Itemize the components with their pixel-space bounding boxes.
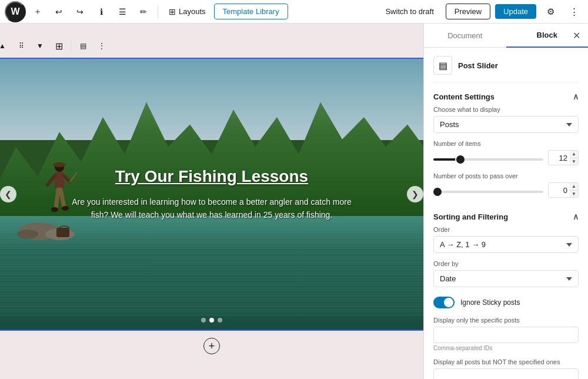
not-posts-group: Display all posts but NOT the specified … xyxy=(433,358,579,379)
num-items-slider-wrap xyxy=(433,154,543,162)
info-icon: ℹ xyxy=(100,7,103,16)
block-type-icon: ▤ xyxy=(433,56,452,75)
content-settings-header[interactable]: Content Settings ∧ xyxy=(433,85,579,106)
toolbar-divider-1 xyxy=(158,5,158,19)
order-field-group: Order A → Z, 1 → 9 Z → A, 9 → 1 xyxy=(433,226,579,253)
slider-next-button[interactable]: ❯ xyxy=(407,186,423,202)
not-posts-input[interactable] xyxy=(433,368,579,379)
block-type-icon: ⊞ xyxy=(55,41,63,52)
num-pass-slider[interactable] xyxy=(433,191,543,193)
block-more-button[interactable]: ⋮ xyxy=(93,38,110,54)
block-drag-button[interactable]: ⠿ xyxy=(13,38,29,54)
num-items-decrement[interactable]: ▼ xyxy=(570,158,578,165)
info-button[interactable]: ℹ xyxy=(92,2,111,21)
more-options-button[interactable]: ⋮ xyxy=(564,2,583,21)
block-toolbar: ▲ ⠿ ▼ ⊞ ▤ ⋮ xyxy=(0,35,423,56)
chevron-left-icon: ❮ xyxy=(5,190,12,199)
settings-button[interactable]: ⚙ xyxy=(541,2,560,21)
specific-posts-input[interactable] xyxy=(433,327,579,343)
num-pass-field-group: Number of posts to pass over ▲ ▼ xyxy=(433,172,579,198)
preview-label: Preview xyxy=(455,7,482,16)
sidebar-content[interactable]: ▤ Post Slider Content Settings ∧ Choose … xyxy=(424,48,588,379)
content-settings-toggle-icon: ∧ xyxy=(573,92,579,101)
slider-overlay: Try Our Fishing Lessons Are you interest… xyxy=(0,59,423,330)
num-pass-increment[interactable]: ▲ xyxy=(570,183,578,190)
layouts-button[interactable]: ⊞ Layouts xyxy=(163,4,212,19)
chevron-right-icon: ❯ xyxy=(412,190,419,199)
num-items-increment[interactable]: ▲ xyxy=(570,151,578,158)
num-pass-decrement[interactable]: ▼ xyxy=(570,190,578,197)
num-pass-slider-wrap xyxy=(433,186,543,195)
template-library-label: Template Library xyxy=(223,7,279,16)
ellipsis-icon: ⋮ xyxy=(98,42,105,50)
align-icon: ▤ xyxy=(80,42,86,50)
specific-posts-group: Display only the specific posts Comma-se… xyxy=(433,317,579,351)
num-items-stepper: ▲ ▼ xyxy=(570,151,578,165)
num-items-label: Number of items xyxy=(433,140,579,147)
wp-logo-icon: W xyxy=(11,6,19,17)
more-icon: ⋮ xyxy=(570,6,579,17)
toolbar: W ＋ ↩ ↪ ℹ ☰ ✏ ⊞ Layouts Template Library xyxy=(0,0,588,24)
add-icon: ＋ xyxy=(34,6,42,17)
specific-posts-label: Display only the specific posts xyxy=(433,317,579,324)
plus-icon: + xyxy=(209,341,215,351)
num-pass-label: Number of posts to pass over xyxy=(433,172,579,179)
slider-dots xyxy=(201,318,222,323)
gear-icon: ⚙ xyxy=(547,6,554,17)
block-down-button[interactable]: ▼ xyxy=(32,38,48,54)
update-button[interactable]: Update xyxy=(495,4,536,19)
num-pass-input[interactable] xyxy=(549,184,570,197)
num-items-slider[interactable] xyxy=(433,158,543,161)
toolbar-left: W ＋ ↩ ↪ ℹ ☰ ✏ ⊞ Layouts Template Library xyxy=(5,1,376,22)
tab-document[interactable]: Document xyxy=(424,24,506,47)
ignore-sticky-toggle[interactable] xyxy=(433,297,455,308)
add-block-area: + xyxy=(0,334,423,358)
display-select[interactable]: Posts Pages xyxy=(433,116,579,133)
add-block-inline-button[interactable]: + xyxy=(203,338,220,354)
block-type-button[interactable]: ⊞ xyxy=(51,38,67,54)
slider-title: Try Our Fishing Lessons xyxy=(115,167,308,186)
slider-dot-1 xyxy=(201,318,206,323)
undo-button[interactable]: ↩ xyxy=(49,2,68,21)
order-label: Order xyxy=(433,226,579,233)
slider-block: Try Our Fishing Lessons Are you interest… xyxy=(0,59,423,330)
block-name-label: Post Slider xyxy=(458,61,498,70)
wp-logo-button[interactable]: W xyxy=(5,1,26,22)
order-by-select[interactable]: Date Title Author xyxy=(433,270,579,287)
block-align-button[interactable]: ▤ xyxy=(75,38,91,54)
slider-description: Are you interested in learning how to be… xyxy=(65,195,359,222)
num-items-input[interactable] xyxy=(549,151,570,165)
sorting-filtering-header[interactable]: Sorting and Filtering ∧ xyxy=(433,205,579,226)
block-toolbar-separator xyxy=(71,40,71,52)
block-header: ▤ Post Slider xyxy=(433,48,579,82)
num-pass-input-wrap: ▲ ▼ xyxy=(548,182,579,198)
down-icon: ▼ xyxy=(36,42,44,50)
tab-block-label: Block xyxy=(537,31,557,39)
post-slider-icon: ▤ xyxy=(439,60,447,71)
tools-icon: ✏ xyxy=(140,7,147,16)
order-select[interactable]: A → Z, 1 → 9 Z → A, 9 → 1 xyxy=(433,236,579,253)
display-label: Choose what to display xyxy=(433,106,579,113)
tab-document-label: Document xyxy=(447,31,482,40)
content-settings-label: Content Settings xyxy=(433,92,495,101)
toggle-slider-track xyxy=(433,297,455,308)
sidebar-close-button[interactable]: ✕ xyxy=(569,28,583,42)
list-view-button[interactable]: ☰ xyxy=(113,2,132,21)
slider-prev-button[interactable]: ❮ xyxy=(0,186,16,202)
preview-button[interactable]: Preview xyxy=(446,4,490,19)
layouts-label: Layouts xyxy=(179,7,206,16)
redo-button[interactable]: ↪ xyxy=(71,2,89,21)
sidebar: Document Block ✕ ▤ Post Slider Content S… xyxy=(423,24,588,379)
redo-icon: ↪ xyxy=(76,7,83,16)
tools-button[interactable]: ✏ xyxy=(134,2,153,21)
template-library-button[interactable]: Template Library xyxy=(214,4,288,19)
editor-area[interactable]: ▲ ⠿ ▼ ⊞ ▤ ⋮ xyxy=(0,24,423,379)
add-block-button[interactable]: ＋ xyxy=(28,2,47,21)
ignore-sticky-label: Ignore Sticky posts xyxy=(460,298,520,307)
block-up-button[interactable]: ▲ xyxy=(0,38,11,54)
not-posts-label: Display all posts but NOT the specified … xyxy=(433,358,579,365)
order-by-label: Order by xyxy=(433,260,579,267)
switch-to-draft-button[interactable]: Switch to draft xyxy=(378,4,440,19)
num-pass-stepper: ▲ ▼ xyxy=(570,183,578,197)
content-settings-panel: Content Settings ∧ Choose what to displa… xyxy=(433,85,579,198)
